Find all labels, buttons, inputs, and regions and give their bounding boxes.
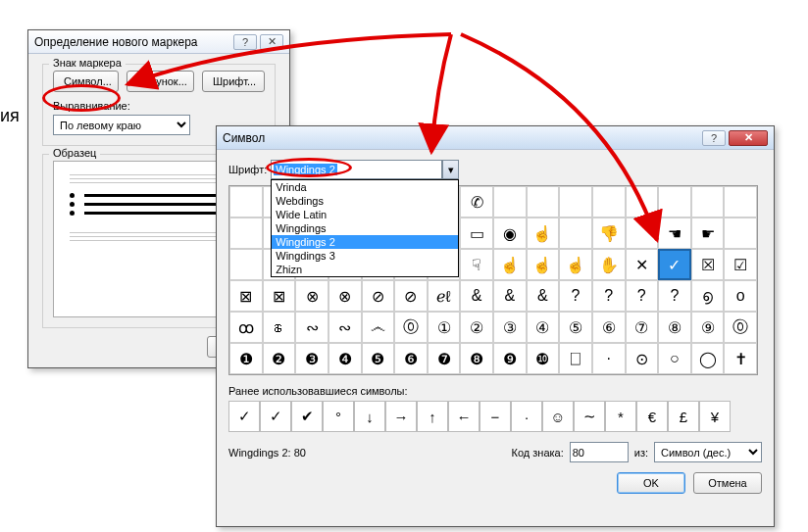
symbol-button[interactable]: Символ... xyxy=(53,71,119,92)
symbol-cell[interactable]: ∾ xyxy=(295,312,328,343)
symbol-cell[interactable]: ⊗ xyxy=(328,280,362,312)
symbol-cell[interactable]: ⊘ xyxy=(362,280,395,312)
recent-symbol-cell[interactable]: · xyxy=(511,401,542,432)
symbol-cell[interactable]: ? xyxy=(626,280,659,312)
symbol-cell[interactable] xyxy=(724,186,757,218)
symbol-cell[interactable]: ☒ xyxy=(691,249,725,280)
symbol-cell[interactable]: ❻ xyxy=(394,343,428,374)
symbol-cell[interactable]: ο xyxy=(724,280,757,312)
symbol-cell[interactable]: & xyxy=(493,280,527,312)
symbol-cell[interactable]: ⊠ xyxy=(229,280,263,312)
recent-symbol-cell[interactable]: € xyxy=(636,401,668,432)
close-button[interactable]: ✕ xyxy=(729,130,768,146)
symbol-cell[interactable]: ② xyxy=(460,312,493,343)
recent-symbol-cell[interactable]: ← xyxy=(448,401,480,432)
font-option[interactable]: Wingdings 3 xyxy=(272,249,458,263)
symbol-cell[interactable]: ✝ xyxy=(724,343,757,374)
from-select[interactable]: Символ (дес.) xyxy=(654,442,762,462)
symbol-cell[interactable]: ❺ xyxy=(362,343,395,374)
symbol-cell[interactable]: ✆ xyxy=(460,186,493,218)
symbol-cell[interactable]: ❽ xyxy=(460,343,493,374)
symbol-cell[interactable] xyxy=(658,186,691,218)
symbol-cell[interactable]: ❷ xyxy=(263,343,296,374)
symbol-cell[interactable]: ⊠ xyxy=(263,280,296,312)
font-option[interactable]: Vrinda xyxy=(272,180,458,194)
symbol-cell[interactable]: & xyxy=(460,280,493,312)
symbol-cell[interactable]: ⊗ xyxy=(295,280,328,312)
symbol-cell[interactable]: ☚ xyxy=(658,218,691,249)
recent-symbol-cell[interactable]: ✓ xyxy=(228,401,260,432)
symbol-cell[interactable]: ❼ xyxy=(428,343,461,374)
symbol-cell[interactable] xyxy=(559,218,592,249)
recent-symbol-cell[interactable]: ✔ xyxy=(291,401,323,432)
code-input[interactable] xyxy=(570,442,629,462)
symbol-cell[interactable]: ❿ xyxy=(527,343,560,374)
recent-symbol-cell[interactable]: ☺ xyxy=(542,401,574,432)
symbol-cell[interactable] xyxy=(527,186,560,218)
recent-symbol-cell[interactable]: * xyxy=(605,401,636,432)
symbol-cell[interactable] xyxy=(229,249,263,280)
symbol-cell[interactable]: ⑦ xyxy=(626,312,659,343)
symbol-cell[interactable]: ⊙ xyxy=(626,343,659,374)
symbol-cell[interactable]: ☝ xyxy=(493,249,527,280)
symbol-cell[interactable]: ⎕ xyxy=(559,343,592,374)
symbol-cell[interactable]: ⑧ xyxy=(658,312,691,343)
symbol-cell[interactable]: ✓ xyxy=(658,249,691,280)
symbol-cell[interactable]: ❹ xyxy=(328,343,362,374)
symbol-cell[interactable]: ⓪ xyxy=(724,312,757,343)
symbol-cell[interactable]: ⑨ xyxy=(691,312,725,343)
symbol-cell[interactable] xyxy=(493,186,527,218)
symbol-cell[interactable]: ℯℓ xyxy=(428,280,461,312)
symbol-cell[interactable]: ? xyxy=(559,280,592,312)
symbol-cell[interactable] xyxy=(724,218,757,249)
font-option[interactable]: Wingdings 2 xyxy=(272,235,458,249)
symbol-cell[interactable]: ☝ xyxy=(527,249,560,280)
symbol-cell[interactable]: ൭ xyxy=(691,280,725,312)
recent-symbol-cell[interactable]: ¥ xyxy=(699,401,731,432)
symbol-cell[interactable]: ☛ xyxy=(691,218,725,249)
ok-button[interactable]: OK xyxy=(617,472,685,494)
symbol-cell[interactable] xyxy=(229,218,263,249)
symbol-cell[interactable]: ꬱ xyxy=(263,312,296,343)
picture-button[interactable]: Рисунок... xyxy=(126,71,194,92)
symbol-cell[interactable]: ① xyxy=(428,312,461,343)
symbol-cell[interactable]: 👎 xyxy=(592,218,626,249)
symbol-cell[interactable]: ⑥ xyxy=(592,312,626,343)
font-option[interactable]: Webdings xyxy=(272,194,458,208)
symbol-cell[interactable]: ⊘ xyxy=(394,280,428,312)
font-option[interactable]: Wingdings xyxy=(272,221,458,235)
symbol-cell[interactable] xyxy=(691,186,725,218)
symbol-cell[interactable]: ∾ xyxy=(328,312,362,343)
font-button[interactable]: Шрифт... xyxy=(202,71,265,92)
symbol-cell[interactable]: ☟ xyxy=(460,249,493,280)
symbol-cell[interactable]: ⑤ xyxy=(559,312,592,343)
recent-symbol-cell[interactable]: ↓ xyxy=(354,401,385,432)
font-combobox[interactable]: Wingdings 2 ▾ VrindaWebdingsWide LatinWi… xyxy=(271,160,459,179)
align-select[interactable]: По левому краю xyxy=(53,115,190,135)
symbol-cell[interactable]: ○ xyxy=(658,343,691,374)
close-button[interactable]: ✕ xyxy=(260,34,283,50)
symbol-cell[interactable]: ☝ xyxy=(559,249,592,280)
cancel-button[interactable]: Отмена xyxy=(693,472,762,494)
symbol-cell[interactable]: ◉ xyxy=(493,218,527,249)
recent-symbol-cell[interactable]: − xyxy=(480,401,511,432)
symbol-cell[interactable]: ❶ xyxy=(229,343,263,374)
symbol-cell[interactable]: ꝏ xyxy=(229,312,263,343)
symbol-cell[interactable]: ▭ xyxy=(460,218,493,249)
symbol-cell[interactable]: ③ xyxy=(493,312,527,343)
symbol-cell[interactable]: ◯ xyxy=(691,343,725,374)
recent-symbol-cell[interactable]: ° xyxy=(323,401,354,432)
symbol-cell[interactable]: & xyxy=(527,280,560,312)
font-dropdown-list[interactable]: VrindaWebdingsWide LatinWingdingsWingdin… xyxy=(271,179,459,277)
symbol-cell[interactable] xyxy=(626,186,659,218)
help-button[interactable]: ? xyxy=(702,130,726,146)
recent-symbol-cell[interactable]: ↑ xyxy=(417,401,448,432)
font-option[interactable]: Zhizn xyxy=(272,263,458,276)
symbol-cell[interactable]: ✕ xyxy=(626,249,659,280)
symbol-cell[interactable] xyxy=(559,186,592,218)
symbol-cell[interactable] xyxy=(592,186,626,218)
symbol-cell[interactable]: · xyxy=(592,343,626,374)
chevron-down-icon[interactable]: ▾ xyxy=(442,160,459,179)
help-button[interactable]: ? xyxy=(233,34,257,50)
symbol-cell[interactable]: ❸ xyxy=(295,343,328,374)
